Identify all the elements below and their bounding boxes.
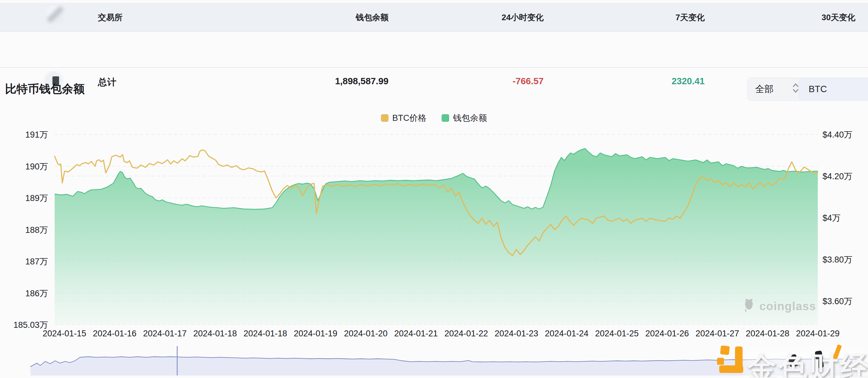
total-label: 总计 bbox=[98, 76, 116, 89]
chart-legend: BTC价格钱包余额 bbox=[0, 112, 868, 124]
col-wallet-balance[interactable]: 钱包余额 bbox=[356, 12, 389, 23]
left-axis-label: 186万 bbox=[1, 288, 48, 299]
table-row-total[interactable]: 总计 1,898,587.99 -766.57 2320.41 94453.36 bbox=[0, 32, 868, 67]
coinglass-watermark: coinglass bbox=[742, 299, 816, 314]
left-axis-label: 191万 bbox=[1, 129, 48, 140]
x-axis-label: 2024-01-29 bbox=[788, 329, 848, 339]
legend-swatch-icon bbox=[381, 114, 389, 122]
right-axis-label: $4万 bbox=[823, 212, 840, 224]
total-change-7d: 2320.41 bbox=[672, 76, 705, 87]
coin-select[interactable]: BTC bbox=[799, 78, 868, 101]
coinglass-bull-icon bbox=[742, 299, 756, 314]
right-axis-label: $3.80万 bbox=[823, 254, 852, 265]
exchange-table-header: 交易所 钱包余额 24小时变化 7天变化 30天变化 bbox=[0, 3, 868, 32]
coin-select-value: BTC bbox=[809, 84, 827, 94]
legend-swatch-icon bbox=[441, 114, 449, 122]
updown-chevrons-icon bbox=[793, 83, 799, 96]
legend-label: 钱包余额 bbox=[453, 112, 487, 124]
total-change-24h: -766.57 bbox=[513, 76, 544, 87]
right-axis-label: $4.20万 bbox=[823, 171, 852, 182]
col-exchange[interactable]: 交易所 bbox=[98, 12, 123, 23]
exchange-logo-placeholder-icon bbox=[48, 7, 63, 23]
col-change-30d[interactable]: 30天变化 bbox=[822, 12, 856, 23]
left-axis-label: 189万 bbox=[1, 193, 48, 204]
page-title: 比特币钱包余额 bbox=[5, 81, 85, 97]
jinse-logo-icon bbox=[720, 345, 730, 355]
col-change-7d[interactable]: 7天变化 bbox=[676, 12, 705, 23]
right-axis-label: $3.60万 bbox=[823, 296, 852, 307]
col-change-24h[interactable]: 24小时变化 bbox=[502, 12, 544, 23]
range-select-value: 全部 bbox=[755, 83, 774, 96]
table-divider bbox=[0, 67, 868, 68]
coinglass-label: coinglass bbox=[760, 300, 816, 313]
legend-item-1[interactable]: 钱包余额 bbox=[441, 112, 487, 124]
left-axis-label: 187万 bbox=[1, 256, 48, 267]
range-select[interactable]: 全部 bbox=[747, 78, 804, 101]
left-axis-label: 190万 bbox=[1, 161, 48, 172]
jinse-watermark-label: 金色财经 bbox=[747, 348, 868, 378]
total-wallet-balance: 1,898,587.99 bbox=[335, 76, 389, 87]
left-axis-label: 188万 bbox=[1, 224, 48, 236]
balance-price-chart[interactable] bbox=[55, 134, 818, 325]
legend-item-0[interactable]: BTC价格 bbox=[381, 112, 427, 124]
right-axis-label: $4.40万 bbox=[823, 129, 852, 140]
legend-label: BTC价格 bbox=[392, 112, 427, 124]
